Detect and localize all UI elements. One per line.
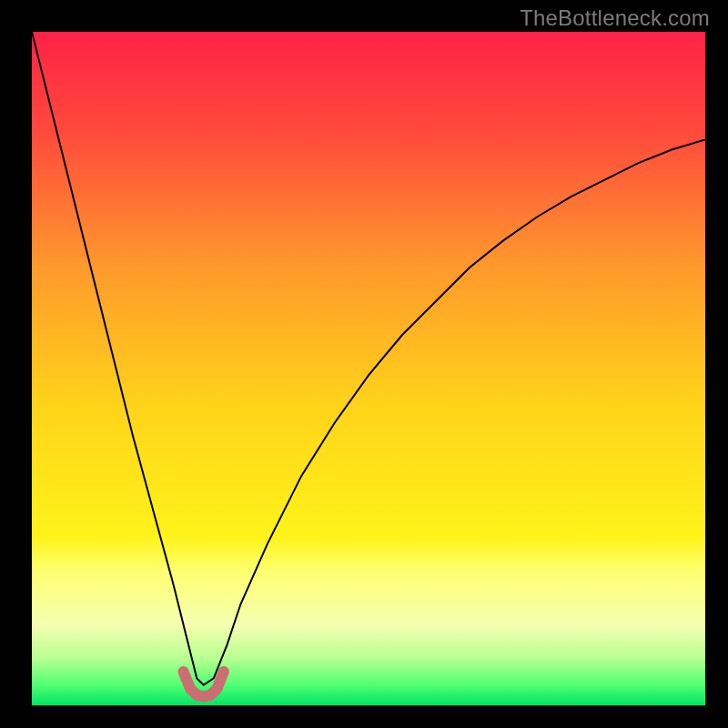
gradient-background xyxy=(32,32,705,705)
plot-area xyxy=(32,32,705,705)
chart-svg xyxy=(32,32,705,705)
watermark-text: TheBottleneck.com xyxy=(520,5,710,31)
chart-frame: TheBottleneck.com xyxy=(0,0,728,728)
